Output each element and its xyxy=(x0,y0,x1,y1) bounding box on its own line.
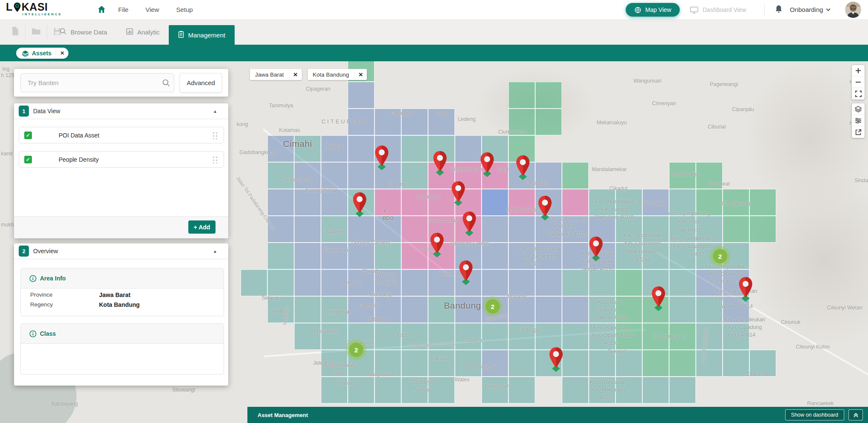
menu-item-view[interactable]: View xyxy=(145,6,159,13)
tab-analytic[interactable]: Analytic xyxy=(116,19,169,45)
grid-cell xyxy=(535,323,562,350)
plus-icon[interactable] xyxy=(852,65,865,77)
grid-cell xyxy=(374,269,401,296)
grid-cell xyxy=(696,296,723,323)
export-icon[interactable] xyxy=(852,126,865,138)
notifications-bell-icon[interactable] xyxy=(774,5,783,16)
asset-pin[interactable] xyxy=(374,145,389,173)
area-info-rows: Province Jawa BaratRegency Kota Bandung xyxy=(21,289,224,308)
minus-icon[interactable] xyxy=(852,77,865,88)
layers-icon[interactable] xyxy=(852,103,865,115)
grid-cell xyxy=(482,189,508,216)
asset-pin[interactable] xyxy=(352,191,367,220)
logo-pin-icon xyxy=(13,2,21,12)
search-input[interactable] xyxy=(20,73,174,92)
grid-cell xyxy=(294,189,321,216)
double-chevron-up-icon xyxy=(853,412,859,418)
asset-pin[interactable] xyxy=(479,151,495,180)
grid-cell xyxy=(482,377,508,403)
layer-row-poi-data-asset[interactable]: ✓ POI Data Asset xyxy=(19,127,224,143)
grid-cell xyxy=(562,189,589,216)
show-on-dashboard-button[interactable]: Show on dashboard xyxy=(785,409,844,420)
asset-pin[interactable] xyxy=(651,286,666,314)
cluster-marker[interactable]: 2 xyxy=(346,340,366,360)
drag-handle-icon[interactable] xyxy=(212,131,218,139)
grid-cell xyxy=(348,377,374,403)
user-menu[interactable]: Onboarding xyxy=(790,0,831,19)
grid-cell xyxy=(508,323,535,350)
layer-row-people-density[interactable]: ✓ People Density xyxy=(19,151,224,168)
menu-item-setup[interactable]: Setup xyxy=(176,6,193,13)
tab-label: Browse Data xyxy=(71,29,107,36)
grid-cell xyxy=(696,216,723,243)
module-tabs: Browse DataAnalyticManagement xyxy=(50,19,235,45)
grid-cell xyxy=(401,269,428,296)
grid-cell xyxy=(589,189,616,216)
bottom-bar-title: Asset Management xyxy=(258,412,308,418)
assets-tab-bar: Assets ✕ xyxy=(0,45,868,61)
grid-cell xyxy=(535,296,562,323)
collapse-arrow-icon[interactable]: ▲ xyxy=(213,249,217,254)
data-layer-list: ✓ POI Data Asset ✓ People Density xyxy=(14,119,228,168)
search-icon[interactable] xyxy=(162,79,170,87)
cluster-marker[interactable]: 2 xyxy=(710,246,730,266)
map-label: Tanimulya xyxy=(269,103,293,109)
new-file-icon[interactable] xyxy=(5,26,25,37)
add-button[interactable]: + Add xyxy=(188,220,216,234)
avatar[interactable] xyxy=(845,2,861,18)
asset-pin[interactable] xyxy=(432,150,448,178)
grid-cell xyxy=(723,189,749,216)
grid-cell xyxy=(508,296,535,323)
grid-cell xyxy=(241,269,267,296)
grid-cell xyxy=(669,269,696,296)
asset-pin[interactable] xyxy=(451,180,466,209)
grid-cell xyxy=(348,216,374,243)
home-icon[interactable] xyxy=(97,5,106,16)
logo-text: L KASI xyxy=(6,2,70,12)
map-view-button[interactable]: Map View xyxy=(626,3,680,17)
advanced-search-button[interactable]: Advanced xyxy=(180,73,222,92)
asset-pin[interactable] xyxy=(548,346,564,374)
asset-pin[interactable] xyxy=(458,260,474,288)
grid-cell xyxy=(321,296,348,323)
cluster-marker[interactable]: 2 xyxy=(482,296,503,317)
chip-label: Kota Bandung xyxy=(308,69,355,80)
grid-cell xyxy=(642,189,669,216)
dashboard-view-button[interactable]: Dashboard View xyxy=(689,3,746,17)
grid-cell xyxy=(401,350,428,377)
info-label: Province xyxy=(30,292,99,298)
layer-checkbox[interactable]: ✓ xyxy=(24,131,32,139)
open-folder-icon[interactable] xyxy=(26,27,47,37)
asset-pin[interactable] xyxy=(537,195,553,223)
collapse-bar-button[interactable] xyxy=(848,409,863,420)
fullscreen-icon[interactable] xyxy=(852,88,865,100)
region-chip-kota-bandung[interactable]: Kota Bandung ✕ xyxy=(308,69,367,80)
close-icon[interactable]: ✕ xyxy=(289,69,302,80)
tab-browse-data[interactable]: Browse Data xyxy=(50,19,116,45)
asset-pin[interactable] xyxy=(588,236,604,264)
close-icon[interactable]: ✕ xyxy=(56,48,68,59)
region-chip-jawa-barat[interactable]: Jawa Barat ✕ xyxy=(250,69,302,80)
grid-cell xyxy=(401,296,428,323)
map-label: kand xyxy=(1,151,12,157)
sliders-icon[interactable] xyxy=(852,115,865,126)
map-label: h 125 xyxy=(1,72,14,78)
grid-cell xyxy=(642,216,669,243)
tab-management[interactable]: Management xyxy=(169,25,235,45)
close-icon[interactable]: ✕ xyxy=(354,69,367,80)
collapse-arrow-icon[interactable]: ▲ xyxy=(213,109,217,114)
main-menu: FileViewSetup xyxy=(118,0,193,19)
layer-checkbox[interactable]: ✓ xyxy=(24,156,32,163)
chevron-down-icon xyxy=(826,8,831,11)
search-panel: Advanced xyxy=(14,69,228,97)
drag-handle-icon[interactable] xyxy=(212,155,218,163)
asset-pin[interactable] xyxy=(515,154,530,183)
tab-assets[interactable]: Assets ✕ xyxy=(16,48,68,59)
menu-item-file[interactable]: File xyxy=(118,6,128,13)
asset-pin[interactable] xyxy=(738,276,753,304)
asset-pin[interactable] xyxy=(429,232,445,260)
logo: L KASI INTELLIGENCE xyxy=(6,2,70,16)
asset-pin[interactable] xyxy=(462,211,477,239)
grid-cell xyxy=(482,243,508,269)
grid-cell xyxy=(535,109,562,135)
